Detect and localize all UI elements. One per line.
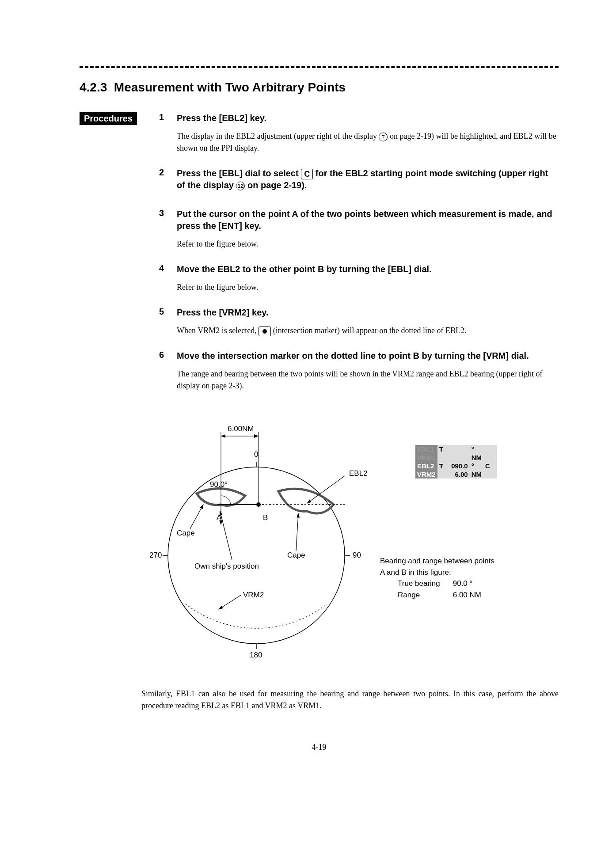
boxed-c: C	[301, 169, 313, 179]
figure: 6.00NM 0 90 180 270 90.0° A B Cape Cape …	[133, 418, 559, 675]
cape2: Cape	[287, 551, 305, 560]
step-2: 2 Press the [EBL] dial to select C for t…	[159, 167, 559, 197]
step-body: The display in the EBL2 adjustment (uppe…	[177, 130, 559, 154]
step-body: When VRM2 is selected, (intersection mar…	[177, 325, 559, 337]
step-1: 1 Press the [EBL2] key. The display in t…	[159, 112, 559, 157]
step-4: 4 Move the EBL2 to the other point B by …	[159, 263, 559, 296]
step-title: Put the cursor on the point A of the two…	[177, 208, 559, 232]
page-number: 4-19	[80, 743, 559, 752]
section-title: Measurement with Two Arbitrary Points	[114, 80, 346, 94]
angle-0: 0	[254, 450, 258, 459]
step-5: 5 Press the [VRM2] key. When VRM2 is sel…	[159, 307, 559, 339]
step-num: 5	[159, 307, 177, 339]
point-b: B	[263, 513, 268, 522]
panel-row-ebl1: EBL1 T °	[415, 445, 497, 453]
own-ship-label: Own ship's position	[194, 562, 259, 571]
step-body: Refer to the figure below.	[177, 281, 559, 293]
step-num: 3	[159, 208, 177, 253]
svg-line-10	[296, 513, 298, 551]
svg-line-13	[219, 595, 241, 609]
step-title: Move the intersection marker on the dott…	[177, 350, 559, 362]
step-6: 6 Move the intersection marker on the do…	[159, 350, 559, 395]
angle-90: 90	[353, 551, 361, 560]
section-heading: 4.2.3 Measurement with Two Arbitrary Poi…	[80, 80, 559, 95]
step-body: The range and bearing between the two po…	[177, 368, 559, 392]
step-num: 4	[159, 263, 177, 296]
svg-line-12	[190, 505, 203, 529]
readout-panel: EBL1 T ° VRM1 NM EBL2 T 090.0 ° C	[415, 445, 497, 478]
step-title: Press the [EBL2] key.	[177, 112, 559, 124]
range-label: 6.00NM	[228, 425, 254, 433]
angle-270: 270	[149, 551, 162, 560]
section-rule	[80, 66, 559, 68]
procedures-label: Procedures	[80, 112, 137, 125]
svg-marker-18	[254, 434, 259, 438]
circled-ref: 12	[236, 182, 245, 190]
panel-row-ebl2: EBL2 T 090.0 ° C	[415, 462, 497, 470]
cape1: Cape	[177, 529, 195, 538]
point-a: A	[217, 513, 221, 522]
closing-paragraph: Similarly, EBL1 can also be used for mea…	[141, 688, 559, 712]
angle-text: 90.0°	[210, 480, 228, 489]
vrm2-label: VRM2	[243, 591, 264, 600]
dot-marker-icon	[259, 327, 271, 336]
step-title: Press the [VRM2] key.	[177, 307, 559, 319]
panel-row-vrm1: VRM1 NM	[415, 453, 497, 462]
step-num: 1	[159, 112, 177, 157]
step-title: Press the [EBL] dial to select C for the…	[177, 167, 559, 191]
section-number: 4.2.3	[80, 80, 107, 94]
step-num: 6	[159, 350, 177, 395]
step-3: 3 Put the cursor on the point A of the t…	[159, 208, 559, 253]
svg-marker-17	[221, 434, 225, 438]
bearing-info: Bearing and range between points A and B…	[380, 555, 494, 600]
angle-180: 180	[250, 651, 262, 660]
circled-ref: 7	[379, 133, 388, 141]
ebl2-label: EBL2	[349, 469, 368, 478]
svg-line-11	[220, 511, 232, 560]
step-num: 2	[159, 167, 177, 197]
panel-row-vrm2: VRM2 6.00 NM	[415, 470, 497, 478]
step-body: Refer to the figure below.	[177, 238, 559, 250]
step-title: Move the EBL2 to the other point B by tu…	[177, 263, 559, 275]
